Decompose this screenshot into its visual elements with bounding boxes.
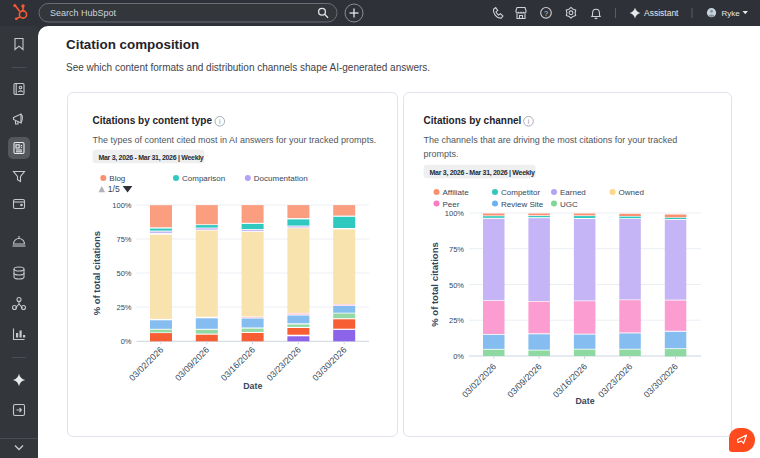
svg-text:03/09/2026: 03/09/2026 [505, 361, 543, 399]
svg-text:Blog: Blog [109, 174, 125, 183]
svg-text:50%: 50% [116, 269, 131, 278]
svg-text:Citations by content type: Citations by content type [93, 115, 213, 126]
svg-text:% of total citations: % of total citations [91, 231, 102, 315]
svg-text:i: i [219, 118, 221, 125]
svg-text:100%: 100% [445, 209, 465, 218]
svg-text:prompts.: prompts. [424, 149, 459, 159]
svg-text:03/30/2026: 03/30/2026 [310, 345, 348, 383]
svg-text:03/16/2026: 03/16/2026 [551, 361, 589, 399]
svg-text:Owned: Owned [619, 188, 644, 197]
svg-text:UGC: UGC [560, 200, 578, 209]
svg-text:0%: 0% [453, 352, 464, 361]
svg-text:Mar 3, 2026 - Mar 31, 2026 | W: Mar 3, 2026 - Mar 31, 2026 | Weekly [99, 154, 204, 162]
svg-text:25%: 25% [449, 316, 464, 325]
svg-text:03/23/2026: 03/23/2026 [596, 361, 634, 399]
svg-text:Affiliate: Affiliate [443, 188, 470, 197]
svg-text:25%: 25% [116, 303, 131, 312]
svg-text:Earned: Earned [560, 188, 586, 197]
svg-text:Date: Date [243, 381, 262, 391]
svg-text:Citations by channel: Citations by channel [424, 115, 522, 126]
svg-text:03/02/2026: 03/02/2026 [460, 361, 498, 399]
svg-text:03/02/2026: 03/02/2026 [127, 345, 165, 383]
svg-text:03/30/2026: 03/30/2026 [642, 361, 680, 399]
svg-text:Competitor: Competitor [501, 188, 540, 197]
svg-text:1/5: 1/5 [108, 184, 120, 194]
svg-text:i: i [528, 118, 530, 125]
svg-text:% of total citations: % of total citations [429, 242, 440, 326]
svg-text:The types of content cited mos: The types of content cited most in AI an… [93, 135, 377, 145]
svg-text:03/09/2026: 03/09/2026 [173, 345, 211, 383]
svg-text:Mar 3, 2026 - Mar 31, 2026 | W: Mar 3, 2026 - Mar 31, 2026 | Weekly [430, 169, 535, 177]
svg-text:75%: 75% [449, 245, 464, 254]
svg-text:0%: 0% [121, 337, 132, 346]
svg-text:03/16/2026: 03/16/2026 [219, 345, 257, 383]
svg-text:Peer: Peer [443, 200, 460, 209]
svg-text:03/23/2026: 03/23/2026 [265, 345, 303, 383]
svg-text:The channels that are driving: The channels that are driving the most c… [424, 135, 678, 145]
svg-text:100%: 100% [112, 201, 132, 210]
svg-text:75%: 75% [116, 235, 131, 244]
svg-text:Documentation: Documentation [254, 174, 308, 183]
svg-text:Review Site: Review Site [501, 200, 544, 209]
svg-text:Date: Date [575, 396, 594, 406]
svg-text:50%: 50% [449, 281, 464, 290]
svg-text:Comparison: Comparison [182, 174, 225, 183]
